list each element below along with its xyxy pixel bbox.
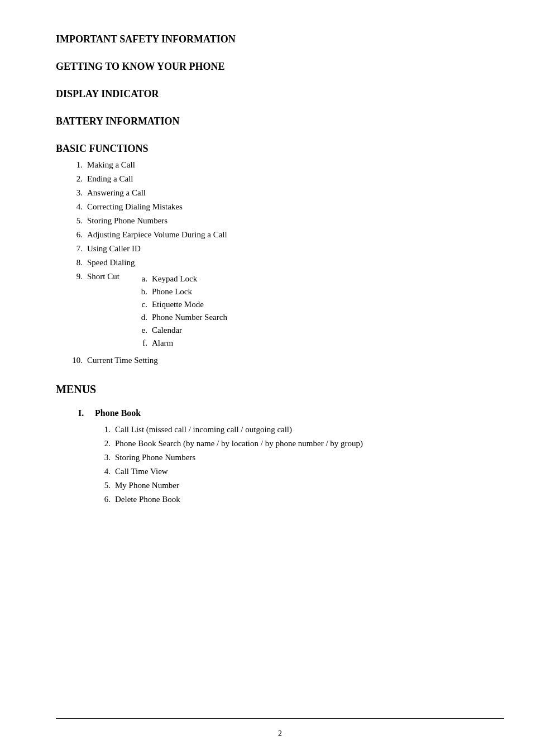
sub-item-label: b.	[131, 287, 147, 297]
phone-book-list: 1.Call List (missed call / incoming call…	[95, 425, 504, 504]
list-item: 5.My Phone Number	[95, 481, 504, 490]
sub-item-text: Alarm	[152, 338, 173, 348]
item-number: 6.	[95, 495, 111, 504]
item-number: 1.	[67, 160, 83, 170]
sub-item-text: Phone Lock	[152, 287, 192, 297]
list-item: 2.Phone Book Search (by name / by locati…	[95, 439, 504, 448]
page: IMPORTANT SAFETY INFORMATION GETTING TO …	[0, 0, 560, 755]
list-item: 1.Call List (missed call / incoming call…	[95, 425, 504, 434]
page-divider	[56, 718, 504, 719]
list-item: 4.Call Time View	[95, 467, 504, 476]
sub-item-label: e.	[131, 326, 147, 335]
item-text: Ending a Call	[87, 174, 133, 184]
sub-list-item: d.Phone Number Search	[131, 313, 227, 322]
item-number: 4.	[95, 467, 111, 476]
item-number: 2.	[95, 439, 111, 448]
sub-item-text: Calendar	[152, 326, 182, 335]
item-text: My Phone Number	[115, 481, 179, 490]
sub-item-label: f.	[131, 338, 147, 348]
item-text: Answering a Call	[87, 188, 146, 198]
item-text: Current Time Setting	[87, 356, 158, 365]
item-text: Phone Book Search (by name / by location…	[115, 439, 363, 448]
item-number: 6.	[67, 230, 83, 240]
list-item: 5.Storing Phone Numbers	[67, 216, 504, 226]
item-number: 1.	[95, 425, 111, 434]
phone-book-heading: I. Phone Book	[78, 408, 504, 418]
sub-item-label: d.	[131, 313, 147, 322]
phone-book-title: Phone Book	[95, 408, 141, 418]
sub-list-item: b.Phone Lock	[131, 287, 227, 297]
heading-battery-information: BATTERY INFORMATION	[56, 116, 504, 127]
sub-item-text: Phone Number Search	[152, 313, 227, 322]
item-text: Delete Phone Book	[115, 495, 180, 504]
item-text: Making a Call	[87, 160, 135, 170]
list-item: 3.Answering a Call	[67, 188, 504, 198]
sub-list-item: e.Calendar	[131, 326, 227, 335]
list-item: 7.Using Caller ID	[67, 244, 504, 254]
item-text: Storing Phone Numbers	[87, 216, 167, 226]
list-item: 2.Ending a Call	[67, 174, 504, 184]
sub-list-item: f.Alarm	[131, 338, 227, 348]
sub-item-label: c.	[131, 300, 147, 309]
item-text: Adjusting Earpiece Volume During a Call	[87, 230, 227, 240]
list-item: 9.Short Cuta.Keypad Lockb.Phone Lockc.Et…	[67, 272, 504, 351]
sub-list: a.Keypad Lockb.Phone Lockc.Etiquette Mod…	[131, 274, 227, 351]
item-number: 7.	[67, 244, 83, 254]
page-number: 2	[278, 729, 282, 738]
item-text: Speed Dialing	[87, 258, 135, 267]
sub-list-item: a.Keypad Lock	[131, 274, 227, 284]
item-number: 3.	[95, 453, 111, 462]
list-item: 6.Adjusting Earpiece Volume During a Cal…	[67, 230, 504, 240]
list-item: 4.Correcting Dialing Mistakes	[67, 202, 504, 212]
sub-item-label: a.	[131, 274, 147, 284]
heading-menus: MENUS	[56, 383, 504, 396]
item-text: Short Cut	[87, 272, 119, 281]
item-text: Using Caller ID	[87, 244, 141, 254]
item-number: 5.	[67, 216, 83, 226]
heading-display-indicator: DISPLAY INDICATOR	[56, 88, 504, 100]
list-item: 1.Making a Call	[67, 160, 504, 170]
item-number: 3.	[67, 188, 83, 198]
item-text: Call List (missed call / incoming call /…	[115, 425, 292, 434]
list-item: 6.Delete Phone Book	[95, 495, 504, 504]
list-item: 8.Speed Dialing	[67, 258, 504, 267]
list-item: 3.Storing Phone Numbers	[95, 453, 504, 462]
heading-basic-functions: BASIC FUNCTIONS	[56, 143, 504, 155]
phone-book-section: I. Phone Book 1.Call List (missed call /…	[78, 408, 504, 504]
item-number: 8.	[67, 258, 83, 267]
item-number: 10.	[67, 356, 83, 365]
list-item: 10.Current Time Setting	[67, 356, 504, 365]
item-number: 9.	[67, 272, 83, 281]
item-text: Correcting Dialing Mistakes	[87, 202, 183, 212]
item-text: Storing Phone Numbers	[115, 453, 195, 462]
item-number: 4.	[67, 202, 83, 212]
item-number: 5.	[95, 481, 111, 490]
basic-functions-list: 1.Making a Call2.Ending a Call3.Answerin…	[67, 160, 504, 365]
sub-list-item: c.Etiquette Mode	[131, 300, 227, 309]
sub-item-text: Keypad Lock	[152, 274, 197, 284]
heading-important-safety: IMPORTANT SAFETY INFORMATION	[56, 34, 504, 45]
phone-book-roman: I.	[78, 408, 95, 418]
item-number: 2.	[67, 174, 83, 184]
heading-getting-to-know: GETTING TO KNOW YOUR PHONE	[56, 61, 504, 73]
sub-item-text: Etiquette Mode	[152, 300, 204, 309]
item-text: Call Time View	[115, 467, 168, 476]
